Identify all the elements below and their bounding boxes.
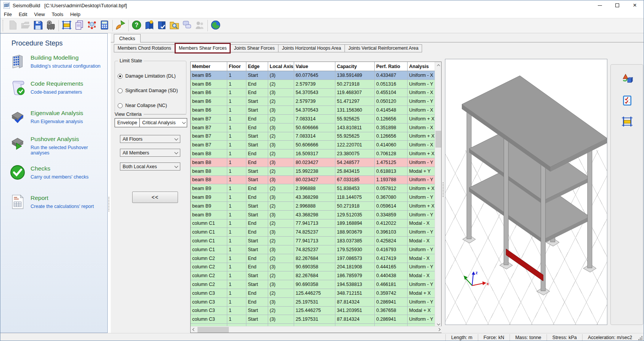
people-button[interactable] <box>193 19 206 32</box>
menu-tools[interactable]: Tools <box>48 11 66 18</box>
table-row[interactable]: column C21Start(2)82.267684186.7859790.4… <box>191 271 435 280</box>
cell-value: 50.606666 <box>294 141 335 149</box>
horizontal-scrollbar[interactable] <box>191 326 442 333</box>
table-row[interactable]: beam B61Start(3)54.370543131.1563600.414… <box>191 106 435 115</box>
table-row[interactable]: beam B71Start(2)7.08331455.9256250.12665… <box>191 132 435 141</box>
save-button[interactable] <box>32 19 44 32</box>
table-row[interactable]: beam B91End(3)43.368298118.1440750.36708… <box>191 193 435 202</box>
chat-button[interactable] <box>181 19 193 32</box>
table-row[interactable]: column C31Start(3)25.19753187.8143240.28… <box>191 315 435 324</box>
menu-file[interactable]: File <box>0 11 15 18</box>
tab-checks[interactable]: Checks <box>114 34 141 42</box>
radio-significant-damage-sd-[interactable]: Significant Damage (SD) <box>118 88 178 93</box>
building-frame-button[interactable] <box>60 19 73 32</box>
table-row[interactable]: beam B81End(3)80.02342754.2485771.475125… <box>191 158 435 167</box>
table-row[interactable]: beam B91Start(3)43.368298129.5120350.334… <box>191 211 435 219</box>
table-row[interactable]: column C11End(3)74.825237188.9036790.396… <box>191 228 435 237</box>
resize-grip[interactable] <box>641 339 642 340</box>
subtab-members-chord-rotations[interactable]: Members Chord Rotations <box>114 44 175 52</box>
maximize-button[interactable] <box>608 0 626 10</box>
minimize-button[interactable] <box>591 0 608 10</box>
scroll-left-button[interactable] <box>191 326 197 333</box>
table-row[interactable]: beam B61End(3)54.370543119.4683070.45510… <box>191 89 435 97</box>
cell-edge: Start <box>246 211 268 219</box>
table-row[interactable]: column C21End(2)82.267684197.0865730.417… <box>191 254 435 263</box>
column-header-analysis[interactable]: Analysis <box>408 62 435 71</box>
column-header-floor[interactable]: Floor <box>227 62 246 71</box>
subtab-joints-vertical-reinforcement-area[interactable]: Joints Vertical Reinforcement Area <box>345 44 422 52</box>
brush-button[interactable] <box>114 19 127 32</box>
table-row[interactable]: beam B91End(2)2.99688851.8384530.057812U… <box>191 184 435 193</box>
envelope-option[interactable]: Envelope <box>115 119 139 127</box>
critical-analysis-option[interactable]: Critical Analysis <box>139 119 187 127</box>
eigenvalue-molecule-button[interactable] <box>86 19 98 32</box>
combo-all-floors[interactable]: All Floors <box>120 135 180 143</box>
code-docs-button[interactable] <box>73 19 86 32</box>
menu-help[interactable]: Help <box>67 11 84 18</box>
step-checks[interactable]: Checks Carry out members' checks <box>10 164 105 180</box>
settings-chip-button[interactable] <box>44 19 57 32</box>
table-row[interactable]: beam B81End(2)16.50931723.3800750.706128… <box>191 149 435 158</box>
table-row[interactable]: beam B61Start(2)2.57973951.4712970.05012… <box>191 97 435 106</box>
table-row[interactable]: beam B81Start(3)80.02342767.0331851.1937… <box>191 176 435 185</box>
horizontal-scroll-thumb[interactable] <box>197 327 229 333</box>
close-button[interactable]: × <box>626 0 644 10</box>
step-report[interactable]: Report Create the calculations' report <box>10 194 105 210</box>
menu-view[interactable]: View <box>31 11 48 18</box>
table-row[interactable]: column C31End(2)125.446275348.7121510.35… <box>191 289 435 298</box>
open-button[interactable] <box>19 19 32 32</box>
step-eigenvalue-analysis[interactable]: Eigenvalue Analysis Run Eigenvalue analy… <box>10 109 105 125</box>
vertical-scroll-thumb[interactable] <box>435 131 441 148</box>
table-row[interactable]: column C21Start(3)90.690358194.5388130.4… <box>191 280 435 289</box>
combo-all-members[interactable]: All Members <box>120 149 180 157</box>
table-row[interactable]: beam B71End(2)7.08331455.9256250.126656U… <box>191 115 435 123</box>
globe-button[interactable] <box>209 19 222 32</box>
scroll-up-button[interactable] <box>435 62 442 68</box>
table-row[interactable]: column C31End(3)25.19753187.8143240.2869… <box>191 298 435 307</box>
column-header-local-axis[interactable]: Local Axis <box>268 62 294 71</box>
table-row[interactable]: beam B81Start(2)15.99223825.8434150.6188… <box>191 167 435 176</box>
column-header-perf-ratio[interactable]: Perf. Ratio <box>375 62 408 71</box>
book-sun-button[interactable] <box>143 19 155 32</box>
table-row[interactable]: beam B71End(3)50.606666143.8108110.35189… <box>191 123 435 132</box>
column-header-capacity[interactable]: Capacity <box>335 62 375 71</box>
beam-section-button[interactable] <box>621 115 634 128</box>
scroll-right-button[interactable] <box>435 326 442 333</box>
checklist-button[interactable] <box>621 94 634 107</box>
radio-near-collapse-nc-[interactable]: Near Collapse (NC) <box>118 103 167 108</box>
table-row[interactable]: column C21End(3)90.690358204.1819080.444… <box>191 263 435 272</box>
table-row[interactable]: column C11Start(3)74.825237179.5259300.4… <box>191 245 435 254</box>
book-check-button[interactable] <box>155 19 168 32</box>
column-header-member[interactable]: Member <box>191 62 227 71</box>
vertical-scrollbar[interactable] <box>435 62 441 327</box>
column-header-value[interactable]: Value <box>294 62 335 71</box>
table-row[interactable]: column C11Start(2)77.941713183.0373850.4… <box>191 237 435 245</box>
table-row[interactable]: beam B71Start(3)50.606666122.2207010.414… <box>191 141 435 149</box>
subtab-joints-shear-forces[interactable]: Joints Shear Forces <box>230 44 278 52</box>
table-view-splitter[interactable] <box>443 182 444 197</box>
collapse-panel-button[interactable]: << <box>132 192 178 203</box>
sidebar-splitter[interactable] <box>108 197 110 211</box>
table-row[interactable]: column C11End(2)77.941713189.1688940.412… <box>191 219 435 228</box>
cell-value: 43.368298 <box>294 193 335 202</box>
combo-both-local-axes[interactable]: Both Local Axes <box>120 162 180 170</box>
column-header-edge[interactable]: Edge <box>246 62 268 71</box>
table-row[interactable]: beam B61End(2)2.57973950.2719180.051316U… <box>191 80 435 89</box>
step-code-requirements[interactable]: Code Requirements Code-based parameters <box>10 80 105 96</box>
folder-search-button[interactable] <box>168 19 181 32</box>
table-row[interactable]: column C31Start(2)125.446275341.2039510.… <box>191 307 435 315</box>
menu-edit[interactable]: Edit <box>15 11 31 18</box>
table-row[interactable]: beam B51Start(3)60.077645138.5914890.433… <box>191 71 435 80</box>
subtab-joints-horizontal-hoops-area[interactable]: Joints Horizontal Hoops Area <box>278 44 345 52</box>
subtab-members-shear-forces[interactable]: Members Shear Forces <box>175 43 231 54</box>
new-button[interactable] <box>6 19 19 32</box>
table-row[interactable]: beam B91Start(2)2.99688850.2719180.05961… <box>191 202 435 211</box>
model-3d-viewport[interactable]: z x <box>445 59 607 325</box>
radio-damage-limitation-dl-[interactable]: Damage Limitation (DL) <box>118 73 176 79</box>
help-button[interactable]: ? <box>130 19 143 32</box>
calculator-button[interactable] <box>98 19 111 32</box>
step-title: Eigenvalue Analysis <box>31 110 83 117</box>
step-building-modelling[interactable]: Building Modelling Building's structural… <box>10 54 105 70</box>
shapes-3d-button[interactable] <box>621 73 634 86</box>
step-pushover-analysis[interactable]: Pushover Analysis Run the selected Pusho… <box>10 135 105 156</box>
